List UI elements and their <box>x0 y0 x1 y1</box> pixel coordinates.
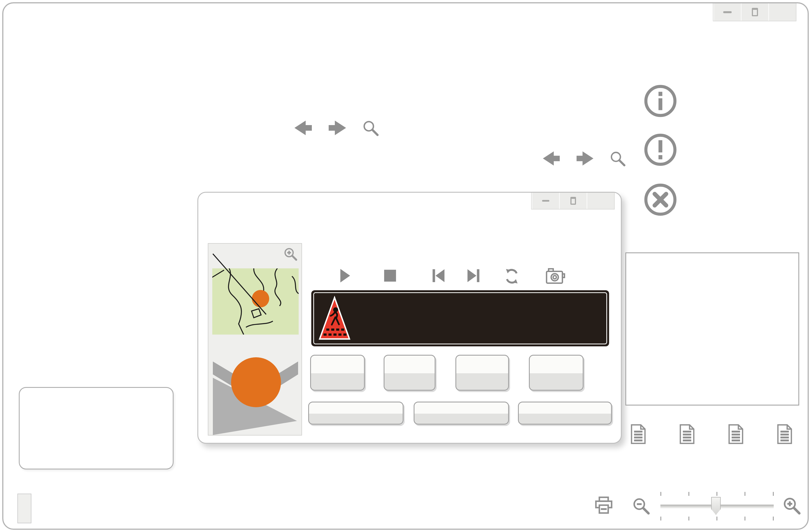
minimize-button[interactable] <box>532 193 559 209</box>
close-button[interactable] <box>587 193 614 209</box>
slider-tick <box>660 517 661 520</box>
maximize-button[interactable] <box>741 3 768 21</box>
open-device-tab-bar <box>17 493 31 523</box>
search-icon[interactable] <box>362 119 379 138</box>
select-content-button[interactable] <box>308 401 403 425</box>
show-fixed-content-button[interactable] <box>518 401 612 425</box>
alert-item <box>644 183 806 218</box>
tab-list-dropdown-button[interactable] <box>17 493 31 523</box>
slider-tick <box>688 492 689 496</box>
alert-item <box>644 84 806 119</box>
arrow-left-icon[interactable] <box>541 150 562 168</box>
document-icon[interactable] <box>776 424 793 445</box>
region-tab-nav <box>292 119 379 138</box>
slider-tick <box>717 492 717 496</box>
map-panel <box>208 243 302 436</box>
slider-tick <box>773 492 774 496</box>
device-window <box>197 192 622 444</box>
slider-tick <box>773 517 774 520</box>
manual-brightness-button[interactable] <box>455 355 509 391</box>
maximize-button[interactable] <box>559 193 587 209</box>
notification-card <box>19 387 173 469</box>
slider-tick <box>660 492 661 496</box>
slider-tick <box>688 517 689 520</box>
arrow-right-icon[interactable] <box>327 119 348 138</box>
zoom-slider-thumb[interactable] <box>711 497 721 515</box>
alert-item <box>644 133 806 168</box>
info-icon <box>644 84 677 119</box>
minimize-icon <box>542 200 549 202</box>
map-image[interactable] <box>212 268 299 335</box>
close-button[interactable] <box>768 3 796 21</box>
skip-previous-button[interactable] <box>429 267 447 284</box>
maximize-icon <box>752 8 758 16</box>
zoom-in-map-icon[interactable] <box>283 246 298 263</box>
construction-warning-sign <box>318 296 351 343</box>
calendar <box>625 253 799 406</box>
minimize-icon <box>723 11 732 13</box>
search-icon[interactable] <box>609 150 626 168</box>
document-icon[interactable] <box>678 424 696 445</box>
auto-brightness-button[interactable] <box>529 355 584 391</box>
arrow-left-icon[interactable] <box>292 119 313 138</box>
print-icon[interactable] <box>594 496 614 517</box>
refresh-content-button[interactable] <box>414 401 509 425</box>
vms-map-marker[interactable] <box>231 357 281 407</box>
slider-tick <box>717 517 717 520</box>
edit-content-button[interactable] <box>310 355 365 391</box>
road-tab-nav <box>541 150 626 168</box>
refresh-button[interactable] <box>503 267 520 285</box>
zoom-out-icon[interactable] <box>631 496 651 517</box>
warning-icon <box>644 133 677 168</box>
maximize-icon <box>570 197 576 205</box>
device-window-controls <box>531 193 615 210</box>
skip-next-button[interactable] <box>465 267 483 284</box>
play-button[interactable] <box>338 267 352 284</box>
minimize-button[interactable] <box>714 3 741 21</box>
stop-button[interactable] <box>382 267 398 284</box>
zoom-in-icon[interactable] <box>782 496 801 517</box>
led-display <box>311 290 609 346</box>
app-window <box>2 2 809 530</box>
arrow-right-icon[interactable] <box>575 150 596 168</box>
window-controls <box>713 3 796 21</box>
slider-tick <box>745 517 745 520</box>
document-icon[interactable] <box>630 424 647 445</box>
send-content-button[interactable] <box>384 355 435 391</box>
error-icon <box>644 183 677 218</box>
camera-snapshot-button[interactable] <box>545 267 566 285</box>
document-icon[interactable] <box>727 424 745 445</box>
slider-tick <box>745 492 745 496</box>
led-message-text <box>356 290 604 346</box>
